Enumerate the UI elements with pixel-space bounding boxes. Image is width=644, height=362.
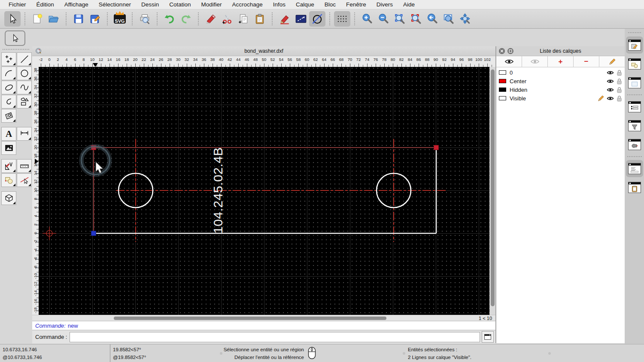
polyline-tool[interactable] [1, 95, 16, 109]
layer-visible-icon[interactable] [607, 87, 614, 92]
filter-toggle[interactable] [626, 117, 643, 134]
drawing-canvas[interactable]: 104.245.02.4B [39, 67, 489, 315]
menu-item-divers[interactable]: Divers [371, 1, 398, 8]
layer-row-visible[interactable]: Visible [496, 94, 625, 103]
image-tool[interactable] [1, 141, 16, 155]
layer-lock-icon[interactable] [617, 95, 622, 102]
layer-visible-icon[interactable] [607, 96, 614, 101]
layer-row-hidden[interactable]: Hidden [496, 85, 625, 94]
new-file-button[interactable] [29, 11, 46, 27]
dimension-tool[interactable] [17, 127, 32, 141]
zoom-out-button[interactable] [375, 11, 392, 27]
handle-bottom-left[interactable] [91, 231, 96, 236]
select-entity-tool[interactable] [17, 173, 32, 187]
show-all-layers-button[interactable] [496, 56, 522, 67]
horizontal-scrollbar[interactable] [32, 315, 467, 321]
close-icon[interactable] [499, 48, 505, 54]
zoom-in-button[interactable] [359, 11, 375, 27]
block-list-toggle[interactable] [626, 55, 643, 72]
hide-all-layers-button[interactable] [522, 56, 548, 67]
command-options-button[interactable] [482, 331, 494, 343]
spline-tool[interactable] [17, 81, 32, 94]
menu-item-aide[interactable]: Aide [398, 1, 420, 8]
save-as-button[interactable] [87, 11, 103, 27]
centerlines[interactable] [116, 139, 447, 242]
menu-item-infos[interactable]: Infos [268, 1, 291, 8]
paste-button[interactable] [252, 11, 268, 27]
blocks-tool[interactable] [1, 173, 16, 187]
layer-visible-icon[interactable] [607, 70, 614, 75]
menu-item-edition[interactable]: Édition [31, 1, 59, 8]
zoom-auto-button[interactable] [392, 11, 408, 27]
cut-button[interactable] [219, 11, 235, 27]
layer-color-swatch[interactable] [499, 70, 506, 75]
pan-button[interactable] [457, 11, 473, 27]
layer-row-center[interactable]: Center [496, 77, 625, 85]
library-browser-toggle[interactable] [626, 74, 643, 91]
menu-item-modifier[interactable]: Modifier [196, 1, 227, 8]
clipboard-panel-toggle[interactable] [626, 179, 643, 196]
layer-lock-icon[interactable] [617, 78, 622, 84]
layer-list-toggle[interactable] [626, 36, 643, 54]
menu-item-cotation[interactable]: Cotation [164, 1, 196, 8]
command-widget-toggle[interactable] [626, 160, 643, 177]
strip-drag-handle[interactable] [628, 32, 641, 33]
open-file-button[interactable] [46, 11, 62, 27]
edit-layer-button[interactable] [599, 56, 625, 67]
selection-pointer-button[interactable] [5, 30, 25, 46]
menu-item-fenetre[interactable]: Fenêtre [341, 1, 371, 8]
horizontal-scrollbar-thumb[interactable] [114, 317, 386, 320]
circle-line-button[interactable] [309, 11, 325, 27]
menu-item-fichier[interactable]: Fichier [3, 1, 31, 8]
command-input[interactable] [70, 332, 480, 342]
entity-list-toggle[interactable] [626, 98, 643, 115]
save-button[interactable] [70, 11, 87, 27]
draw-pen-button[interactable] [276, 11, 293, 27]
print-preview-button[interactable] [137, 11, 153, 27]
delete-button[interactable] [203, 11, 219, 27]
modify-tool[interactable] [1, 159, 16, 173]
copy-button[interactable] [235, 11, 252, 27]
layer-row-0[interactable]: 0 [496, 68, 625, 77]
layer-lock-icon[interactable] [617, 87, 622, 93]
zoom-window-button[interactable] [440, 11, 457, 27]
remove-layer-button[interactable]: − [574, 56, 599, 67]
menu-item-accrochage[interactable]: Accrochage [227, 1, 267, 8]
snap-grid-button[interactable] [334, 11, 350, 27]
line-rectangle-button[interactable] [293, 11, 309, 27]
layer-color-swatch[interactable] [499, 87, 506, 92]
circle-tool[interactable] [17, 66, 32, 80]
clamp-tool-toggle[interactable] [626, 136, 643, 153]
menu-item-bloc[interactable]: Bloc [319, 1, 341, 8]
export-svg-button[interactable]: SVG [112, 11, 128, 27]
zoom-previous-button[interactable] [424, 11, 440, 27]
layer-color-swatch[interactable] [499, 79, 506, 83]
shapes-tool[interactable] [17, 95, 32, 109]
menu-item-selectionner[interactable]: Sélectionner [94, 1, 136, 8]
line-tool[interactable] [17, 52, 32, 66]
text-tool[interactable]: A [1, 127, 16, 141]
layer-lock-icon[interactable] [617, 69, 622, 76]
vertical-scrollbar-thumb[interactable] [491, 69, 495, 306]
add-layer-button[interactable]: + [548, 56, 574, 67]
menu-item-calque[interactable]: Calque [291, 1, 319, 8]
ellipse-tool[interactable] [1, 81, 16, 94]
menu-item-dessin[interactable]: Dessin [136, 1, 164, 8]
arc-tool[interactable] [1, 66, 16, 80]
layer-color-swatch[interactable] [499, 96, 506, 100]
menu-item-affichage[interactable]: Affichage [59, 1, 94, 8]
redo-button[interactable] [178, 11, 194, 27]
undo-button[interactable] [161, 11, 178, 27]
layer-visible-icon[interactable] [607, 79, 614, 84]
select-tool-button[interactable] [4, 11, 21, 27]
handle-top-right[interactable] [434, 145, 438, 150]
measure-tool[interactable] [17, 159, 32, 173]
palette-drag-handle[interactable] [3, 49, 29, 51]
solid-3d-tool[interactable] [1, 191, 16, 205]
float-window-icon[interactable] [507, 48, 513, 54]
vertical-scrollbar[interactable] [489, 67, 495, 315]
part-label[interactable]: 104.245.02.4B [211, 147, 225, 234]
zoom-selected-button[interactable] [408, 11, 424, 27]
points-tool[interactable] [1, 52, 16, 66]
hatch-tool[interactable] [1, 109, 16, 123]
